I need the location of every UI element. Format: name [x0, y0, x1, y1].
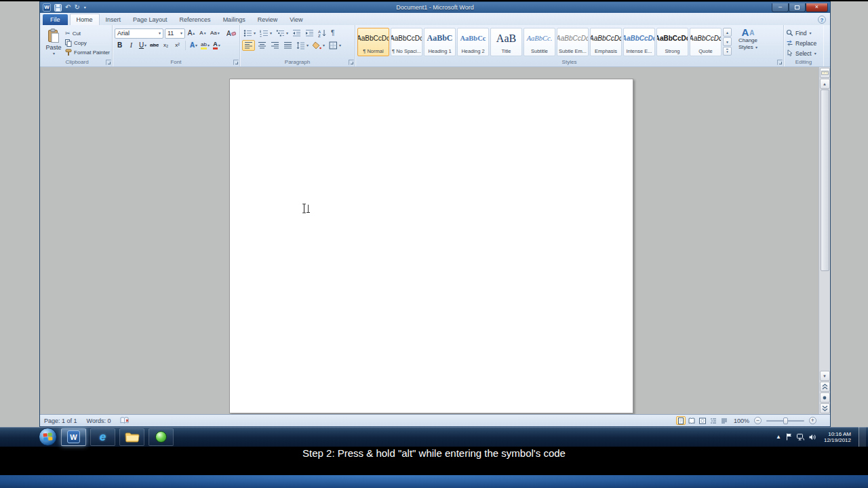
previous-page-button[interactable] [820, 382, 830, 392]
cut-button[interactable]: ✂ Cut [65, 29, 110, 38]
paste-button[interactable]: Paste ▾ [44, 26, 63, 56]
next-page-button[interactable] [820, 403, 830, 413]
style-heading-2[interactable]: AaBbCc Heading 2 [457, 28, 489, 56]
document-area[interactable]: ▲ ▼ [40, 67, 830, 414]
zoom-out-button[interactable]: − [754, 417, 762, 424]
font-family-select[interactable]: Arial ▾ [115, 28, 163, 39]
scroll-up-button[interactable]: ▲ [820, 79, 830, 89]
scroll-down-button[interactable]: ▼ [820, 371, 830, 381]
full-screen-reading-view-button[interactable] [687, 416, 696, 425]
taskbar-word-button[interactable]: W [61, 428, 86, 446]
style-emphasis[interactable]: AaBbCcDc Emphasis [590, 28, 622, 56]
print-layout-view-button[interactable] [676, 416, 686, 425]
font-dialog-launcher-icon[interactable] [233, 60, 239, 65]
show-hide-paragraph-button[interactable]: ¶ [330, 28, 336, 39]
superscript-button[interactable]: x² [172, 40, 182, 51]
network-icon[interactable] [797, 434, 804, 441]
replace-button[interactable]: Replace [786, 39, 816, 47]
font-size-select[interactable]: 11 ▾ [165, 28, 185, 39]
redo-icon[interactable]: ↻ [74, 4, 79, 11]
web-layout-view-button[interactable] [698, 416, 707, 425]
title-bar[interactable]: W ↶ ↻ ▾ Document1 - Microsoft Word – × [40, 2, 830, 13]
style-strong[interactable]: AaBbCcDc Strong [656, 28, 688, 56]
taskbar-explorer-button[interactable] [119, 428, 144, 446]
action-center-flag-icon[interactable] [786, 433, 792, 441]
show-hidden-icons-button[interactable]: ▲ [776, 434, 781, 440]
line-spacing-button[interactable]: ▾ [295, 40, 310, 51]
tab-view[interactable]: View [283, 14, 309, 25]
word-count[interactable]: Words: 0 [87, 418, 111, 424]
style-title[interactable]: AaB Title [490, 28, 522, 56]
tab-references[interactable]: References [174, 14, 217, 25]
zoom-level[interactable]: 100% [734, 418, 749, 424]
tab-file[interactable]: File [43, 14, 68, 25]
save-icon[interactable] [54, 4, 62, 12]
find-button[interactable]: Find ▾ [786, 28, 816, 37]
change-styles-button[interactable]: A A Change Styles ▾ [732, 26, 764, 51]
style-no-spacing[interactable]: AaBbCcDc ¶ No Spaci... [391, 28, 422, 56]
outline-view-button[interactable] [709, 416, 718, 425]
clipboard-dialog-launcher-icon[interactable] [106, 60, 111, 65]
bold-button[interactable]: B [115, 40, 125, 51]
zoom-in-button[interactable]: + [809, 417, 816, 424]
select-button[interactable]: Select ▾ [786, 49, 816, 58]
tab-home[interactable]: Home [70, 14, 100, 25]
document-page[interactable] [229, 79, 633, 413]
taskbar-clock[interactable]: 10:16 AM 12/19/2012 [821, 431, 854, 443]
volume-icon[interactable] [809, 434, 816, 441]
shading-button[interactable]: ▾ [311, 40, 326, 51]
page-indicator[interactable]: Page: 1 of 1 [44, 418, 77, 424]
style-normal[interactable]: AaBbCcDc ¶ Normal [357, 28, 389, 56]
draft-view-button[interactable] [719, 416, 729, 425]
help-button[interactable]: ? [818, 16, 826, 24]
styles-dialog-launcher-icon[interactable] [777, 60, 783, 65]
underline-button[interactable]: U▾ [138, 40, 148, 51]
multilevel-list-button[interactable]: ▾ [275, 28, 290, 39]
font-color-button[interactable]: A▾ [212, 40, 222, 51]
show-desktop-button[interactable] [859, 427, 866, 447]
bullets-button[interactable]: ▾ [242, 28, 257, 39]
clear-formatting-button[interactable]: A [226, 28, 237, 39]
align-right-button[interactable] [269, 40, 281, 51]
style-subtitle[interactable]: AaBbCc. Subtitle [524, 28, 555, 56]
proofing-status-icon[interactable] [120, 417, 130, 424]
taskbar-internet-explorer-button[interactable]: e [90, 428, 115, 446]
style-quote[interactable]: AaBbCcDc Quote [690, 28, 722, 56]
tab-insert[interactable]: Insert [100, 14, 127, 25]
justify-button[interactable] [282, 40, 294, 51]
view-ruler-button[interactable] [820, 68, 830, 78]
gallery-scroll-down-button[interactable]: ▼ [723, 37, 732, 46]
style-subtle-emphasis[interactable]: AaBbCcDc Subtle Em... [557, 28, 589, 56]
qat-customize-icon[interactable]: ▾ [84, 5, 86, 9]
borders-button[interactable]: ▾ [328, 40, 342, 51]
tab-mailings[interactable]: Mailings [217, 14, 252, 25]
grow-font-button[interactable]: A▲ [186, 28, 197, 39]
align-left-button[interactable] [242, 40, 255, 51]
format-painter-button[interactable]: Format Painter [65, 48, 110, 57]
vertical-scrollbar[interactable]: ▲ ▼ [818, 67, 830, 414]
tab-review[interactable]: Review [252, 14, 284, 25]
sort-button[interactable]: AZ [317, 28, 328, 39]
strikethrough-button[interactable]: abc [149, 40, 159, 51]
minimize-button[interactable]: – [772, 3, 789, 12]
style-heading-1[interactable]: AaBbC Heading 1 [424, 28, 456, 56]
subscript-button[interactable]: x₂ [161, 40, 171, 51]
italic-button[interactable]: I [126, 40, 136, 51]
shrink-font-button[interactable]: A▼ [198, 28, 208, 39]
maximize-button[interactable] [789, 3, 806, 12]
select-browse-object-button[interactable] [820, 392, 830, 403]
taskbar-media-app-button[interactable] [149, 428, 174, 446]
close-button[interactable]: × [806, 3, 828, 12]
scrollbar-thumb[interactable] [821, 89, 829, 271]
copy-button[interactable]: Copy [65, 39, 110, 47]
align-center-button[interactable] [256, 40, 268, 51]
zoom-slider-thumb[interactable] [783, 418, 788, 424]
undo-icon[interactable]: ↶ [65, 4, 71, 11]
highlight-button[interactable]: ab▾ [200, 40, 210, 51]
text-effects-button[interactable]: A▾ [189, 40, 199, 51]
word-app-icon[interactable]: W [43, 3, 51, 12]
tab-page-layout[interactable]: Page Layout [127, 14, 174, 25]
start-button[interactable] [39, 428, 57, 446]
numbering-button[interactable]: ▾ [258, 28, 273, 39]
increase-indent-button[interactable] [304, 28, 315, 39]
